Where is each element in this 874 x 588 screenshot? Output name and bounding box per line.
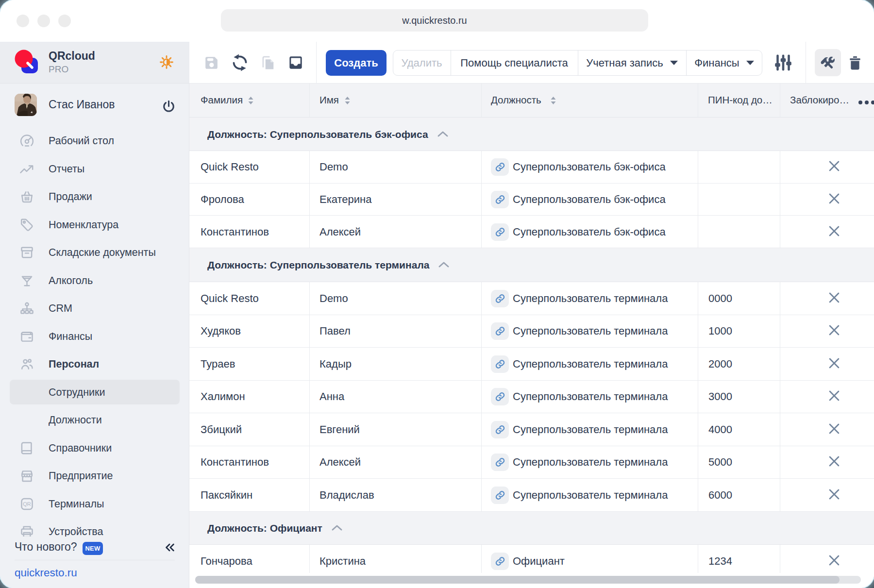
svg-text:QR: QR [23,501,31,507]
